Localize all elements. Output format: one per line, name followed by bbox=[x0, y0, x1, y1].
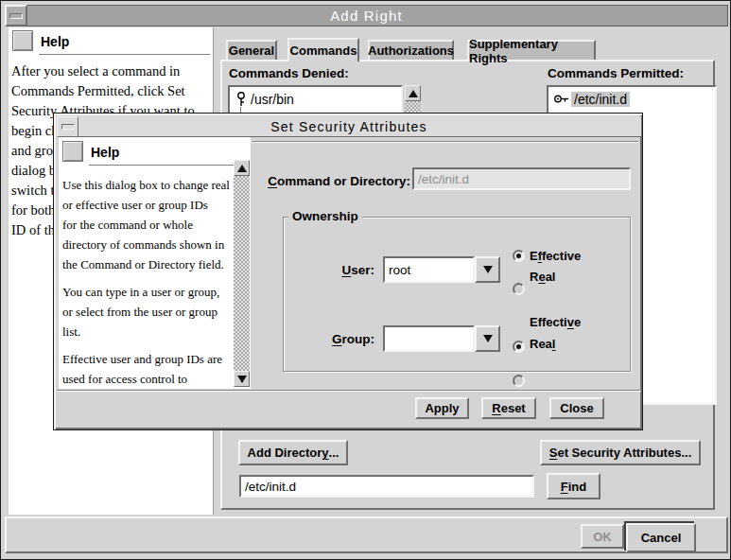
user-real-label[interactable]: Real bbox=[530, 270, 555, 284]
find-path-input[interactable] bbox=[239, 475, 534, 498]
ok-button[interactable]: OK bbox=[581, 524, 624, 549]
tab-authorizations[interactable]: Authorizations bbox=[368, 40, 454, 60]
add-right-window: Add Right Help After you select a comman… bbox=[0, 0, 731, 560]
user-label: User: bbox=[331, 263, 374, 277]
group-real-label[interactable]: Real bbox=[530, 337, 555, 351]
scroll-down-icon[interactable] bbox=[234, 371, 250, 387]
user-combo-entry[interactable]: root bbox=[383, 256, 475, 283]
help-header-rule bbox=[39, 54, 210, 56]
find-button[interactable]: Find bbox=[547, 473, 600, 499]
close-button[interactable]: Close bbox=[549, 397, 604, 419]
group-effective-label[interactable]: Effective bbox=[530, 315, 581, 329]
set-security-attributes-button[interactable]: Set Security Attributes... bbox=[540, 440, 701, 465]
commands-permitted-label: Commands Permitted: bbox=[548, 66, 684, 80]
bottom-button-strip: OK Cancel bbox=[5, 516, 728, 553]
dialog-help-text: Use this dialog box to change real or ef… bbox=[62, 175, 232, 389]
main-titlebar[interactable]: Add Right bbox=[5, 5, 728, 26]
user-real-radio[interactable] bbox=[513, 283, 525, 295]
help-header-rule bbox=[89, 165, 246, 166]
user-combo-arrow[interactable] bbox=[475, 256, 500, 283]
commands-denied-label: Commands Denied: bbox=[229, 66, 349, 80]
set-security-attributes-dialog: Set Security Attributes Help Use this di… bbox=[53, 113, 643, 430]
dialog-titlebar[interactable]: Set Security Attributes bbox=[57, 116, 641, 137]
key-sideways-icon bbox=[553, 93, 569, 105]
user-effective-radio[interactable] bbox=[513, 250, 525, 262]
group-real-radio[interactable] bbox=[513, 375, 525, 387]
dialog-title: Set Security Attributes bbox=[270, 119, 426, 134]
list-item-etc-initd[interactable]: /etc/init.d bbox=[553, 91, 630, 107]
dialog-title-separator bbox=[252, 141, 638, 143]
apply-button[interactable]: Apply bbox=[415, 397, 469, 419]
key-upright-icon bbox=[235, 91, 248, 107]
help-header: Help bbox=[91, 145, 119, 160]
list-item-usr-bin[interactable]: /usr/bin bbox=[235, 91, 294, 107]
help-icon bbox=[62, 141, 83, 162]
minimize-icon bbox=[61, 124, 75, 130]
command-or-directory-label: Command or Directory: bbox=[264, 174, 410, 188]
dialog-help-panel: Help Use this dialog box to change real … bbox=[59, 137, 251, 389]
ownership-label: Ownership bbox=[288, 209, 362, 223]
dialog-button-separator bbox=[57, 390, 641, 392]
scroll-up-icon[interactable] bbox=[405, 85, 421, 101]
tab-general[interactable]: General bbox=[226, 40, 277, 60]
selected-item-text: /etc/init.d bbox=[571, 92, 630, 107]
scroll-up-icon[interactable] bbox=[234, 160, 250, 176]
group-combo-arrow[interactable] bbox=[475, 325, 500, 352]
group-label: Group: bbox=[325, 332, 374, 346]
tab-supplementary-rights[interactable]: Supplementary Rights bbox=[467, 40, 596, 60]
help-icon bbox=[12, 30, 33, 51]
add-directory-button[interactable]: Add Directory... bbox=[238, 440, 348, 465]
main-window-title: Add Right bbox=[330, 8, 403, 24]
user-effective-label[interactable]: Effective bbox=[530, 249, 581, 263]
reset-button[interactable]: Reset bbox=[481, 397, 536, 419]
group-combo-entry[interactable] bbox=[383, 325, 475, 352]
command-or-directory-field: /etc/init.d bbox=[412, 167, 631, 190]
combo-arrow-icon bbox=[483, 335, 493, 342]
combo-arrow-icon bbox=[483, 266, 493, 273]
dialog-help-scrollbar[interactable] bbox=[234, 160, 250, 387]
dialog-minimize-button[interactable] bbox=[57, 116, 78, 137]
cancel-button[interactable]: Cancel bbox=[624, 521, 694, 551]
tab-commands[interactable]: Commands bbox=[287, 38, 359, 61]
main-minimize-button[interactable] bbox=[5, 5, 27, 26]
group-effective-radio[interactable] bbox=[513, 341, 525, 353]
scrollbar-track[interactable] bbox=[234, 176, 250, 371]
minimize-icon bbox=[9, 13, 23, 19]
help-header: Help bbox=[41, 34, 69, 49]
ownership-groupbox: Ownership User: root Effective Real Grou… bbox=[283, 217, 631, 372]
